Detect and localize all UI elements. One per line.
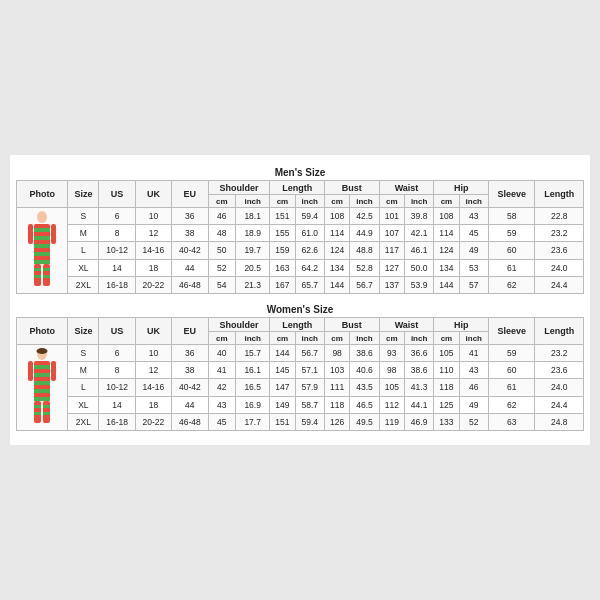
us-cell: 8 xyxy=(99,362,135,379)
uk-cell: 12 xyxy=(135,225,171,242)
svg-rect-28 xyxy=(43,412,50,415)
womens-sleeve-header: Sleeve xyxy=(489,318,535,345)
table-row: S610364015.714456.79838.69336.6105415923… xyxy=(17,345,584,362)
womens-uk-header: UK xyxy=(135,318,171,345)
shoulder-cm-cell: 41 xyxy=(208,362,235,379)
table-row: S610364618.115159.410842.510139.81084358… xyxy=(17,208,584,225)
waist-cm-cell: 98 xyxy=(379,362,404,379)
table-row: 2XL16-1820-2246-485421.316765.714456.713… xyxy=(17,276,584,293)
hip-cm-cell: 108 xyxy=(434,208,459,225)
svg-rect-3 xyxy=(34,236,50,240)
hip-inch-cell: 43 xyxy=(459,208,488,225)
sleeve-cm-cell: 63 xyxy=(489,413,535,430)
us-cell: 6 xyxy=(99,208,135,225)
uk-cell: 20-22 xyxy=(135,413,171,430)
bust-inch-cell: 56.7 xyxy=(350,276,379,293)
mens-uk-header: UK xyxy=(135,181,171,208)
mens-sleeve-header: Sleeve xyxy=(489,181,535,208)
womens-hip-inch: inch xyxy=(459,332,488,345)
size-cell: 2XL xyxy=(68,413,99,430)
bust-cm-cell: 118 xyxy=(324,396,349,413)
hip-inch-cell: 52 xyxy=(459,413,488,430)
svg-rect-18 xyxy=(34,365,50,369)
womens-sleeve-length-header: Length xyxy=(535,318,584,345)
bust-cm-cell: 108 xyxy=(324,208,349,225)
eu-cell: 46-48 xyxy=(172,276,208,293)
sleeve-cm-cell: 59 xyxy=(489,225,535,242)
table-row: L10-1214-1640-425019.715962.612448.81174… xyxy=(17,242,584,259)
hip-cm-cell: 144 xyxy=(434,276,459,293)
womens-bust-inch: inch xyxy=(350,332,379,345)
bust-cm-cell: 98 xyxy=(324,345,349,362)
shoulder-cm-cell: 42 xyxy=(208,379,235,396)
length-cm-cell: 149 xyxy=(270,396,295,413)
sleeve-inch-cell: 23.6 xyxy=(535,362,584,379)
sleeve-inch-cell: 23.2 xyxy=(535,345,584,362)
eu-cell: 40-42 xyxy=(172,379,208,396)
shoulder-cm-cell: 45 xyxy=(208,413,235,430)
mens-bust-inch: inch xyxy=(350,195,379,208)
mens-waist-inch: inch xyxy=(404,195,433,208)
mens-shoulder-header: Shoulder xyxy=(208,181,270,195)
shoulder-cm-cell: 40 xyxy=(208,345,235,362)
mens-bust-cm: cm xyxy=(324,195,349,208)
sleeve-cm-cell: 61 xyxy=(489,379,535,396)
us-cell: 14 xyxy=(99,396,135,413)
hip-cm-cell: 133 xyxy=(434,413,459,430)
table-row: 2XL16-1820-2246-484517.715159.412649.511… xyxy=(17,413,584,430)
size-cell: S xyxy=(68,208,99,225)
hip-cm-cell: 134 xyxy=(434,259,459,276)
bust-inch-cell: 48.8 xyxy=(350,242,379,259)
size-cell: XL xyxy=(68,396,99,413)
table-row: M812384818.915561.011444.910742.11144559… xyxy=(17,225,584,242)
sleeve-cm-cell: 61 xyxy=(489,259,535,276)
mens-eu-header: EU xyxy=(172,181,208,208)
eu-cell: 44 xyxy=(172,396,208,413)
mens-photo-header: Photo xyxy=(17,181,68,208)
size-cell: S xyxy=(68,345,99,362)
length-inch-cell: 58.7 xyxy=(295,396,324,413)
shoulder-inch-cell: 16.9 xyxy=(235,396,269,413)
mens-sleeve-length-header: Length xyxy=(535,181,584,208)
mens-title: Men's Size xyxy=(16,163,584,180)
mens-length-inch: inch xyxy=(295,195,324,208)
bust-cm-cell: 126 xyxy=(324,413,349,430)
eu-cell: 46-48 xyxy=(172,413,208,430)
hip-cm-cell: 105 xyxy=(434,345,459,362)
length-cm-cell: 147 xyxy=(270,379,295,396)
hip-cm-cell: 114 xyxy=(434,225,459,242)
womens-us-header: US xyxy=(99,318,135,345)
sleeve-inch-cell: 24.4 xyxy=(535,276,584,293)
shoulder-inch-cell: 21.3 xyxy=(235,276,269,293)
sleeve-cm-cell: 60 xyxy=(489,242,535,259)
womens-shoulder-cm: cm xyxy=(208,332,235,345)
svg-rect-11 xyxy=(43,268,50,271)
us-cell: 8 xyxy=(99,225,135,242)
svg-point-0 xyxy=(37,211,47,223)
hip-inch-cell: 43 xyxy=(459,362,488,379)
hip-inch-cell: 57 xyxy=(459,276,488,293)
mens-hip-inch: inch xyxy=(459,195,488,208)
size-cell: L xyxy=(68,379,99,396)
svg-rect-21 xyxy=(34,389,50,393)
bust-inch-cell: 44.9 xyxy=(350,225,379,242)
svg-rect-12 xyxy=(43,275,50,278)
bust-cm-cell: 114 xyxy=(324,225,349,242)
womens-waist-inch: inch xyxy=(404,332,433,345)
svg-rect-25 xyxy=(34,412,41,415)
mens-bust-header: Bust xyxy=(324,181,379,195)
shoulder-inch-cell: 16.1 xyxy=(235,362,269,379)
sleeve-cm-cell: 62 xyxy=(489,396,535,413)
mens-waist-header: Waist xyxy=(379,181,434,195)
bust-cm-cell: 144 xyxy=(324,276,349,293)
photo-cell xyxy=(17,345,68,431)
waist-cm-cell: 101 xyxy=(379,208,404,225)
length-cm-cell: 151 xyxy=(270,413,295,430)
hip-cm-cell: 118 xyxy=(434,379,459,396)
waist-inch-cell: 53.9 xyxy=(404,276,433,293)
svg-rect-13 xyxy=(28,224,33,244)
shoulder-cm-cell: 52 xyxy=(208,259,235,276)
length-inch-cell: 56.7 xyxy=(295,345,324,362)
bust-inch-cell: 40.6 xyxy=(350,362,379,379)
size-chart-container: Men's Size Photo Size US UK EU Shoulder … xyxy=(10,155,590,445)
